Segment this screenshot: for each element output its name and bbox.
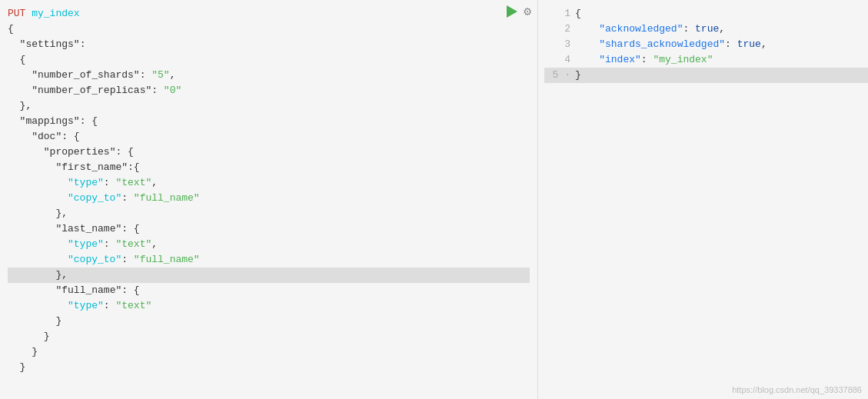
line-number-1: 1 (544, 6, 575, 22)
right-line-2: 2 "acknowledged": true, (544, 22, 868, 37)
left-line-4: { (8, 52, 530, 68)
right-editor-panel: 1{2 "acknowledged": true,3 "shards_ackno… (538, 0, 868, 399)
left-line-19: "full_name": { (8, 283, 530, 298)
line-number-2: 2 (544, 22, 575, 37)
left-line-14: }, (8, 206, 530, 221)
gear-icon: ⚙ (524, 4, 531, 19)
right-line-1: 1{ (544, 6, 868, 22)
left-line-22: } (8, 329, 530, 344)
left-line-3: "settings": (8, 37, 530, 52)
run-button[interactable] (507, 5, 517, 18)
right-line-4: 4 "index": "my_index" (544, 52, 868, 68)
settings-button[interactable]: ⚙ (524, 4, 531, 19)
right-line-3: 3 "shards_acknowledged": true, (544, 37, 868, 52)
left-editor-panel[interactable]: ⚙ PUT my_index{ "settings": { "number_of… (0, 0, 538, 399)
left-line-12: "type": "text", (8, 175, 530, 191)
left-line-8: "mappings": { (8, 114, 530, 129)
left-line-9: "doc": { (8, 129, 530, 145)
left-line-16: "type": "text", (8, 237, 530, 252)
right-code-area: 1{2 "acknowledged": true,3 "shards_ackno… (538, 0, 868, 89)
watermark: https://blog.csdn.net/qq_39337886 (732, 385, 862, 394)
left-line-15: "last_name": { (8, 221, 530, 237)
left-line-18: }, (8, 268, 530, 283)
left-code-area[interactable]: PUT my_index{ "settings": { "number_of_s… (0, 0, 537, 381)
left-line-24: } (8, 360, 530, 375)
left-line-5: "number_of_shards": "5", (8, 68, 530, 83)
left-line-2: { (8, 22, 530, 37)
left-line-1: PUT my_index (8, 6, 530, 22)
line-number-4: 4 (544, 52, 575, 68)
play-icon (507, 5, 517, 18)
line-number-5: 5 · (544, 68, 575, 83)
left-line-17: "copy_to": "full_name" (8, 252, 530, 268)
line-number-3: 3 (544, 37, 575, 52)
left-line-20: "type": "text" (8, 298, 530, 314)
left-line-13: "copy_to": "full_name" (8, 191, 530, 206)
left-line-6: "number_of_replicas": "0" (8, 83, 530, 98)
left-line-7: }, (8, 98, 530, 114)
left-toolbar: ⚙ (507, 4, 531, 19)
left-line-21: } (8, 314, 530, 329)
left-line-10: "properties": { (8, 145, 530, 160)
left-line-23: } (8, 344, 530, 360)
left-line-11: "first_name":{ (8, 160, 530, 175)
right-line-5: 5 ·} (544, 68, 868, 83)
